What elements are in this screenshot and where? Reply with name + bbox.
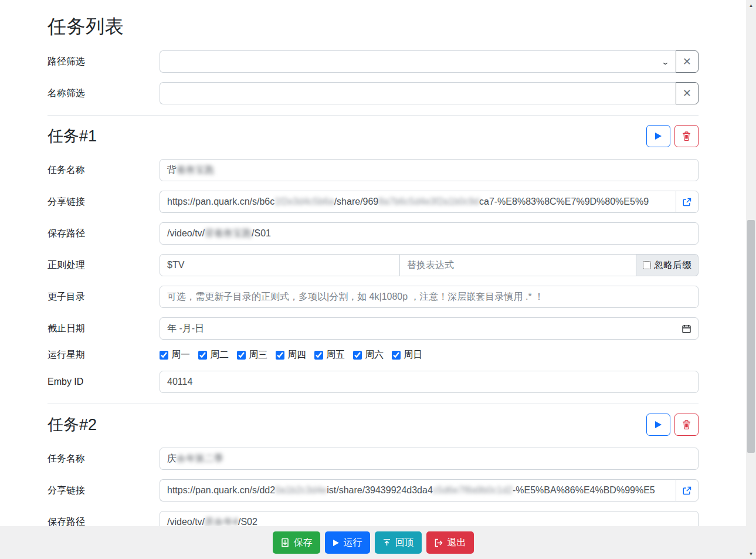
run-button-label: 运行 (344, 537, 362, 549)
task1-title: 任务#1 (48, 126, 97, 147)
link-redacted: 0a1b2c3d4e (275, 485, 327, 496)
weekday-label: 周日 (404, 349, 422, 361)
task2-open-link-button[interactable] (676, 479, 699, 502)
weekday-label: 周六 (365, 349, 384, 361)
link-text: /share/969 (334, 197, 379, 207)
vertical-scrollbar[interactable]: ▲ ▼ (746, 0, 756, 559)
task1-share-link-input[interactable]: https://pan.quark.cn/s/b6c1f2e3d4c5b6a/s… (160, 191, 676, 213)
share-link-label: 分享链接 (48, 196, 160, 208)
task2-name-redacted: 余年第二季 (177, 453, 223, 465)
path-filter-label: 路径筛选 (48, 56, 160, 68)
path-filter-select[interactable]: ⌄ (160, 50, 676, 73)
close-icon: ✕ (683, 87, 691, 100)
weekday-checkbox-sun[interactable]: 周日 (392, 349, 422, 361)
checkbox[interactable] (314, 351, 323, 360)
task-name-label: 任务名称 (48, 164, 160, 177)
task1-path-row: 保存路径 /video/tv/背着善宝跑/S01 (48, 222, 699, 245)
task2-run-button[interactable] (646, 414, 670, 436)
regex-label: 正则处理 (48, 259, 160, 272)
checkbox[interactable] (198, 351, 207, 360)
path-filter-clear-button[interactable]: ✕ (676, 50, 699, 73)
task2-name-row: 任务名称 庆余年第二季 (48, 448, 699, 470)
task1-regex-row: 正则处理 忽略后缀 (48, 254, 699, 276)
page-title: 任务列表 (48, 14, 699, 40)
emby-id-label: Emby ID (48, 377, 160, 387)
task2-link-row: 分享链接 https://pan.quark.cn/s/dd20a1b2c3d4… (48, 479, 699, 502)
task1-emby-id-input[interactable] (160, 371, 699, 393)
weekdays-label: 运行星期 (48, 349, 160, 361)
save-button[interactable]: 保存 (273, 531, 320, 554)
path-redacted: 背着善宝跑 (205, 228, 252, 240)
task1-link-row: 分享链接 https://pan.quark.cn/s/b6c1f2e3d4c5… (48, 191, 699, 213)
link-redacted: 1f2e3d4c5b6a (274, 197, 334, 207)
task1-ignore-suffix-checkbox[interactable] (643, 261, 651, 269)
date-placeholder: 年 -月-日 (167, 323, 204, 335)
save-path-label: 保存路径 (48, 228, 160, 240)
back-to-top-button[interactable]: 回顶 (375, 531, 422, 554)
weekday-label: 周五 (326, 349, 345, 361)
exit-button[interactable]: 退出 (426, 531, 474, 554)
weekday-checkbox-sat[interactable]: 周六 (353, 349, 384, 361)
checkbox[interactable] (160, 351, 168, 360)
calendar-icon[interactable] (682, 324, 691, 333)
task1-save-path-input[interactable]: /video/tv/背着善宝跑/S01 (160, 222, 699, 245)
link-text: -%E5%BA%86%E4%BD%99%E5 (513, 485, 655, 496)
task2-delete-button[interactable] (674, 414, 699, 436)
subdir-label: 更子目录 (48, 291, 160, 303)
save-button-label: 保存 (294, 537, 313, 549)
weekday-checkbox-thu[interactable]: 周四 (276, 349, 306, 361)
back-to-top-button-label: 回顶 (395, 537, 414, 549)
path-text: /S01 (252, 228, 271, 239)
scrollbar-thumb[interactable] (747, 220, 755, 453)
task2-share-link-input[interactable]: https://pan.quark.cn/s/dd20a1b2c3d4eist/… (160, 479, 676, 502)
task1-replace-expr-input[interactable] (400, 254, 636, 276)
weekday-checkbox-fri[interactable]: 周五 (314, 349, 345, 361)
weekday-label: 周一 (171, 349, 190, 361)
checkbox[interactable] (392, 351, 401, 360)
play-icon (655, 421, 662, 429)
task1-subdir-row: 更子目录 (48, 286, 699, 308)
arrow-to-top-icon (382, 538, 391, 547)
divider (48, 404, 699, 404)
scroll-up-arrow-icon[interactable]: ▲ (746, 1, 756, 10)
checkbox[interactable] (276, 351, 284, 360)
task1-regex-input[interactable] (160, 254, 400, 276)
checkbox[interactable] (353, 351, 362, 360)
task1-deadline-date-input[interactable]: 年 -月-日 (160, 317, 699, 340)
weekday-label: 周四 (287, 349, 306, 361)
task1-subdir-input[interactable] (160, 286, 699, 308)
link-text: https://pan.quark.cn/s/dd2 (167, 485, 275, 496)
link-text: https://pan.quark.cn/s/b6c (167, 197, 274, 207)
external-link-icon (683, 486, 691, 495)
task1-emby-row: Emby ID (48, 371, 699, 393)
task1-deadline-row: 截止日期 年 -月-日 (48, 317, 699, 340)
task1-run-button[interactable] (646, 125, 670, 147)
weekday-checkbox-tue[interactable]: 周二 (198, 349, 229, 361)
task2-header: 任务#2 (48, 414, 699, 436)
divider (48, 115, 699, 116)
checkbox[interactable] (237, 351, 246, 360)
name-filter-clear-button[interactable]: ✕ (676, 82, 699, 104)
ignore-suffix-addon: 忽略后缀 (636, 254, 699, 276)
scroll-down-arrow-icon[interactable]: ▼ (746, 549, 756, 558)
task1-delete-button[interactable] (674, 125, 699, 147)
path-filter-row: 路径筛选 ⌄ ✕ (48, 50, 699, 73)
link-text: ca7-%E8%83%8C%E7%9D%80%E5%9 (479, 197, 649, 207)
weekday-label: 周三 (249, 349, 267, 361)
name-filter-input[interactable] (160, 82, 676, 104)
task1-weekdays-row: 运行星期 周一 周二 周三 周四 周五 周六 周日 (48, 349, 699, 361)
deadline-label: 截止日期 (48, 323, 160, 335)
logout-icon (434, 538, 443, 547)
task2-name-visible: 庆 (167, 453, 177, 465)
trash-icon (682, 131, 691, 141)
weekday-checkbox-wed[interactable]: 周三 (237, 349, 267, 361)
weekday-checkbox-mon[interactable]: 周一 (160, 349, 190, 361)
task2-name-input[interactable]: 庆余年第二季 (160, 448, 699, 470)
task1-header: 任务#1 (48, 125, 699, 147)
task1-open-link-button[interactable] (676, 191, 699, 213)
task1-name-input[interactable]: 背着善宝跑 (160, 159, 699, 181)
task-name-label: 任务名称 (48, 453, 160, 465)
run-button[interactable]: 运行 (325, 531, 370, 554)
task1-name-row: 任务名称 背着善宝跑 (48, 159, 699, 181)
link-text: ist/share/39439924d3da4 (327, 485, 433, 496)
